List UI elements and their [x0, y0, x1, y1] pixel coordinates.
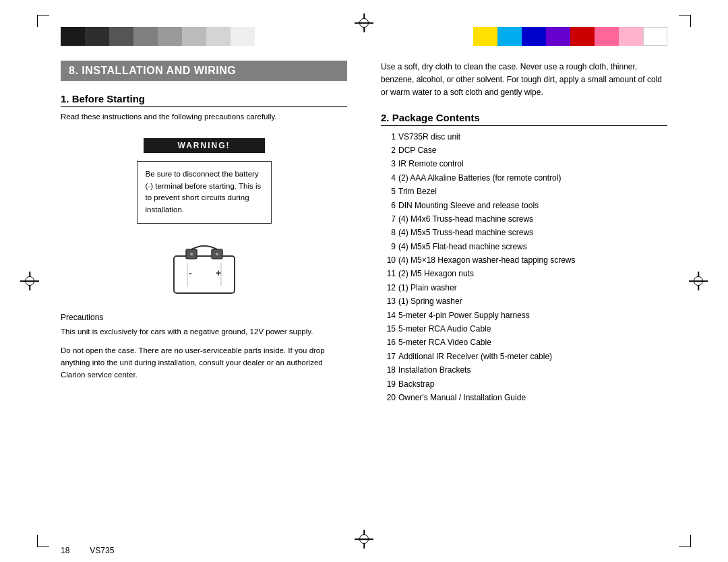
item-number: 1	[381, 130, 396, 144]
item-text: DCP Case	[398, 144, 436, 157]
corner-mark-tr	[679, 15, 691, 27]
list-item: 165-meter RCA Video Cable	[381, 336, 667, 349]
color-swatch-cyan	[497, 27, 522, 46]
svg-point-7	[189, 252, 193, 256]
precaution-1: This unit is exclusively for cars with a…	[61, 326, 347, 338]
item-number: 12	[381, 281, 396, 294]
list-item: 19Backstrap	[381, 377, 667, 391]
color-swatch-yellow	[473, 27, 497, 46]
item-number: 16	[381, 336, 396, 349]
list-item: 8(4) M5x5 Truss-head machine screws	[381, 226, 667, 239]
svg-text:+: +	[216, 268, 221, 278]
color-swatch-purple	[546, 27, 570, 46]
item-text: Installation Brackets	[398, 363, 471, 377]
list-item: 1VS735R disc unit	[381, 130, 667, 144]
color-swatch-lightpink	[619, 27, 643, 46]
item-number: 19	[381, 377, 396, 391]
list-item: 6DIN Mounting Sleeve and release tools	[381, 199, 667, 212]
item-number: 2	[381, 144, 396, 157]
item-number: 15	[381, 322, 396, 336]
color-swatch-gray3	[158, 27, 182, 46]
color-swatch-gray6	[231, 27, 255, 46]
page-model: VS735	[90, 546, 114, 555]
color-swatch-black1	[61, 27, 85, 46]
color-swatch-gray5	[206, 27, 231, 46]
color-swatch-gray2	[133, 27, 158, 46]
intro-text: Read these instructions and the followin…	[61, 111, 347, 123]
item-text: DIN Mounting Sleeve and release tools	[398, 199, 539, 212]
item-text: 5-meter RCA Audio Cable	[398, 322, 491, 336]
list-item: 7(4) M4x6 Truss-head machine screws	[381, 212, 667, 226]
color-swatch-blue	[522, 27, 546, 46]
corner-mark-br	[679, 535, 691, 547]
crosshair-right	[689, 272, 708, 290]
left-column: 8. INSTALLATION AND WIRING 1. Before Sta…	[61, 61, 367, 522]
page-number: 18	[61, 546, 69, 555]
item-number: 7	[381, 212, 396, 226]
item-number: 4	[381, 171, 396, 185]
precautions-label: Precautions	[61, 313, 347, 322]
package-contents-list: 1VS735R disc unit2DCP Case3IR Remote con…	[381, 130, 667, 405]
color-bar-right	[473, 27, 667, 46]
corner-mark-bl	[37, 535, 49, 547]
item-text: (2) AAA Alkaline Batteries (for remote c…	[398, 171, 561, 185]
item-text: VS735R disc unit	[398, 130, 460, 144]
item-text: (1) Spring washer	[398, 294, 462, 308]
item-number: 20	[381, 391, 396, 404]
svg-rect-0	[174, 256, 235, 293]
item-number: 5	[381, 185, 396, 198]
item-number: 6	[381, 199, 396, 212]
item-text: Owner's Manual / Installation Guide	[398, 391, 526, 404]
item-text: IR Remote control	[398, 157, 464, 170]
section-heading: 8. INSTALLATION AND WIRING	[61, 61, 347, 81]
list-item: 3IR Remote control	[381, 157, 667, 170]
item-number: 14	[381, 309, 396, 322]
item-number: 10	[381, 253, 396, 267]
item-text: (4) M4x6 Truss-head machine screws	[398, 212, 533, 226]
warning-content: Be sure to disconnect the battery (-) te…	[137, 161, 272, 224]
item-number: 17	[381, 350, 396, 363]
item-text: (1) Plain washer	[398, 281, 457, 294]
svg-text:-: -	[189, 268, 192, 278]
list-item: 11(2) M5 Hexagon nuts	[381, 267, 667, 280]
subsection-2-title: 2. Package Contents	[381, 112, 667, 126]
svg-point-8	[215, 252, 219, 256]
item-number: 8	[381, 226, 396, 239]
list-item: 20Owner's Manual / Installation Guide	[381, 391, 667, 404]
battery-illustration: + -	[61, 243, 347, 302]
item-number: 9	[381, 240, 396, 253]
list-item: 10(4) M5×18 Hexagon washer-head tapping …	[381, 253, 667, 267]
list-item: 17Additional IR Receiver (with 5-meter c…	[381, 350, 667, 363]
color-swatch-pink	[595, 27, 619, 46]
item-number: 18	[381, 363, 396, 377]
item-text: (4) M5x5 Truss-head machine screws	[398, 226, 533, 239]
list-item: 145-meter 4-pin Power Supply harness	[381, 309, 667, 322]
crosshair-top	[355, 13, 373, 32]
crosshair-bottom	[355, 530, 373, 549]
color-swatch-red	[570, 27, 595, 46]
list-item: 12(1) Plain washer	[381, 281, 667, 294]
item-text: 5-meter RCA Video Cable	[398, 336, 491, 349]
list-item: 155-meter RCA Audio Cable	[381, 322, 667, 336]
crosshair-left	[20, 272, 39, 290]
item-text: (4) M5×18 Hexagon washer-head tapping sc…	[398, 253, 575, 267]
corner-mark-tl	[37, 15, 49, 27]
item-text: Trim Bezel	[398, 185, 437, 198]
item-text: 5-meter 4-pin Power Supply harness	[398, 309, 530, 322]
warning-label: WARNING!	[144, 138, 265, 153]
precaution-2: Do not open the case. There are no user-…	[61, 345, 347, 381]
subsection-1-title: 1. Before Starting	[61, 93, 347, 107]
list-item: 4(2) AAA Alkaline Batteries (for remote …	[381, 171, 667, 185]
color-swatch-black2	[85, 27, 109, 46]
color-swatch-gray4	[182, 27, 206, 46]
item-text: (2) M5 Hexagon nuts	[398, 267, 474, 280]
list-item: 5Trim Bezel	[381, 185, 667, 198]
color-swatch-gray1	[109, 27, 133, 46]
item-text: (4) M5x5 Flat-head machine screws	[398, 240, 527, 253]
item-number: 11	[381, 267, 396, 280]
color-swatch-white	[643, 27, 667, 46]
right-top-text: Use a soft, dry cloth to clean the case.…	[381, 61, 667, 100]
list-item: 13 (1) Spring washer	[381, 294, 667, 308]
item-text: Additional IR Receiver (with 5-meter cab…	[398, 350, 552, 363]
list-item: 9(4) M5x5 Flat-head machine screws	[381, 240, 667, 253]
